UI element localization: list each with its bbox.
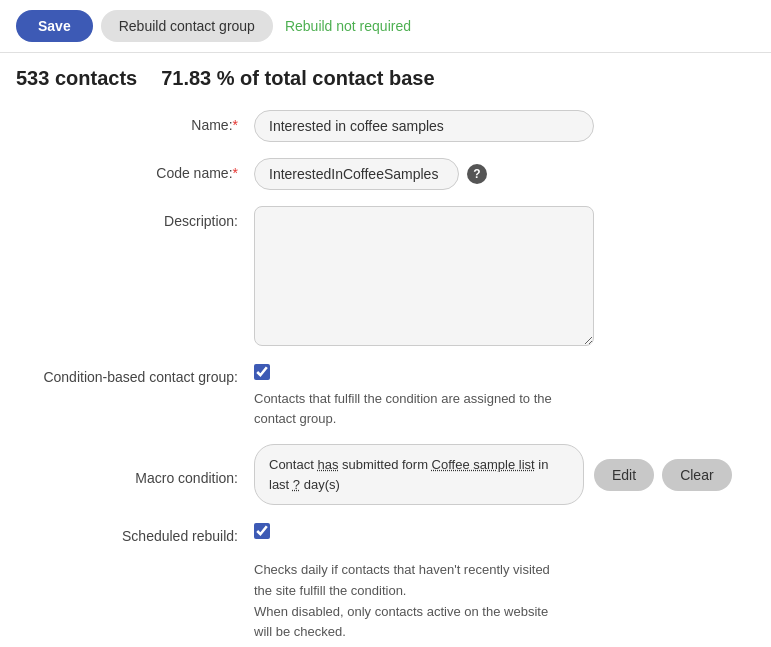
rebuild-status: Rebuild not required <box>285 18 411 34</box>
clear-button[interactable]: Clear <box>662 459 731 491</box>
form-area: Name:* Code name:* ? Description: Condit… <box>0 100 771 647</box>
scheduled-checkbox[interactable] <box>254 523 270 539</box>
save-button[interactable]: Save <box>16 10 93 42</box>
macro-text-contact: Contact <box>269 457 317 472</box>
codename-help-icon[interactable]: ? <box>467 164 487 184</box>
macro-row: Macro condition: Contact has submitted f… <box>24 444 747 505</box>
description-label: Description: <box>24 206 254 229</box>
contacts-percent: 71.83 % of total contact base <box>161 67 434 90</box>
name-label: Name:* <box>24 110 254 133</box>
condition-checkbox[interactable] <box>254 364 270 380</box>
condition-section: Condition-based contact group: Contacts … <box>24 362 747 428</box>
header-bar: Save Rebuild contact group Rebuild not r… <box>0 0 771 53</box>
name-input[interactable] <box>254 110 594 142</box>
rebuild-button[interactable]: Rebuild contact group <box>101 10 273 42</box>
stats-row: 533 contacts 71.83 % of total contact ba… <box>0 53 771 100</box>
macro-label: Macro condition: <box>24 463 254 486</box>
macro-text-form-name: Coffee sample list <box>432 457 535 472</box>
name-row: Name:* <box>24 110 747 142</box>
macro-text-days: day(s) <box>300 477 340 492</box>
macro-buttons: Edit Clear <box>594 459 732 491</box>
macro-text-has: has <box>317 457 338 472</box>
condition-info: Contacts that fulfill the condition are … <box>254 389 594 428</box>
scheduled-info: Checks daily if contacts that haven't re… <box>254 560 594 643</box>
macro-text-submitted: submitted form <box>338 457 431 472</box>
scheduled-row: Scheduled rebuild: <box>24 521 747 544</box>
macro-condition-box: Contact has submitted form Coffee sample… <box>254 444 584 505</box>
edit-button[interactable]: Edit <box>594 459 654 491</box>
codename-row: Code name:* ? <box>24 158 747 190</box>
description-input[interactable] <box>254 206 594 346</box>
macro-text-qmark: ? <box>293 477 300 492</box>
description-row: Description: <box>24 206 747 346</box>
codename-label: Code name:* <box>24 158 254 181</box>
condition-label: Condition-based contact group: <box>24 362 254 385</box>
scheduled-label: Scheduled rebuild: <box>24 521 254 544</box>
codename-input[interactable] <box>254 158 459 190</box>
contacts-count: 533 contacts <box>16 67 137 90</box>
codename-wrapper: ? <box>254 158 487 190</box>
condition-row: Condition-based contact group: <box>24 362 747 385</box>
